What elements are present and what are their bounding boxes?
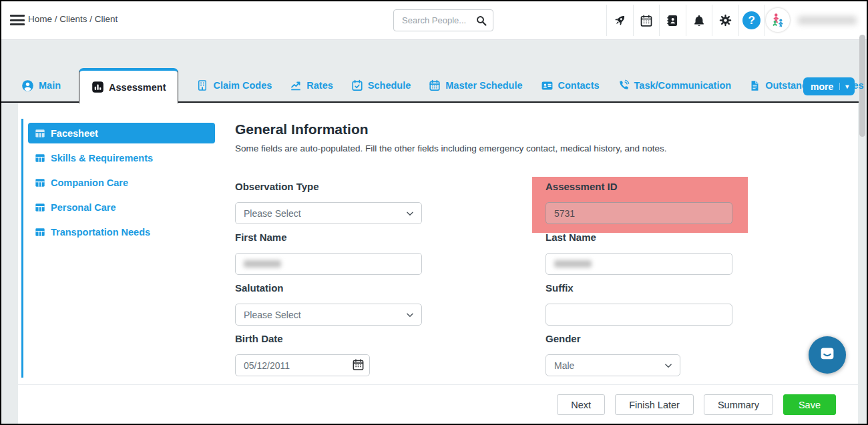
search-input[interactable]: [401, 15, 475, 26]
tab-label: Master Schedule: [445, 80, 522, 91]
assessment-id-input[interactable]: [546, 202, 732, 224]
footer-divider: [18, 384, 858, 385]
sidebar-item-facesheet[interactable]: Facesheet: [28, 123, 215, 143]
assessment-id-label: Assessment ID: [546, 181, 618, 192]
chevron-down-icon: [664, 361, 673, 370]
first-name-input[interactable]: [235, 253, 422, 275]
more-tabs-button[interactable]: more ▾: [803, 77, 855, 95]
bell-icon[interactable]: [686, 5, 712, 36]
chevron-down-icon: ▾: [839, 83, 855, 90]
chevron-down-icon: [405, 310, 415, 320]
next-button[interactable]: Next: [557, 394, 605, 415]
tab-label: Schedule: [368, 80, 411, 91]
calendar-icon: [429, 79, 441, 91]
top-bar: Home / Clients / Client: [1, 1, 867, 40]
suffix-label: Suffix: [546, 282, 574, 294]
birth-date-field: [235, 354, 370, 376]
observation-type-label: Observation Type: [235, 181, 319, 192]
sidebar-item-label: Facesheet: [51, 128, 98, 139]
page-subtitle: Some fields are auto-populated. Fill the…: [235, 143, 667, 153]
table-icon: [35, 128, 45, 139]
salutation-label: Salutation: [235, 282, 284, 294]
gear-icon[interactable]: [712, 5, 738, 36]
tab-label: Task/Communication: [634, 80, 732, 91]
gender-select[interactable]: Male: [546, 354, 680, 376]
sidebar-item-label: Transportation Needs: [51, 227, 150, 238]
address-book-icon[interactable]: [659, 5, 686, 36]
file-invoice-icon: [749, 80, 761, 91]
redacted-value: [554, 260, 592, 268]
first-name-label: First Name: [235, 232, 287, 243]
calendar-icon[interactable]: [352, 358, 365, 374]
observation-type-select[interactable]: Please Select: [235, 202, 422, 224]
app-logo: [766, 8, 790, 32]
tab-claim-codes[interactable]: Claim Codes: [196, 79, 272, 91]
user-name-redacted[interactable]: [798, 16, 857, 25]
tab-label: Contacts: [558, 80, 600, 91]
calendar-icon[interactable]: [633, 5, 660, 36]
last-name-input[interactable]: [546, 253, 732, 275]
page-title: General Information: [235, 121, 369, 137]
tab-contacts[interactable]: Contacts: [541, 79, 600, 92]
search-box: [393, 9, 493, 31]
tab-label: Rates: [306, 80, 333, 91]
birth-date-label: Birth Date: [235, 333, 283, 344]
bar-chart-icon: [91, 81, 104, 93]
breadcrumb[interactable]: Home / Clients / Client: [28, 14, 118, 24]
table-icon: [35, 202, 45, 213]
footer-actions: Next Finish Later Summary Save: [557, 394, 836, 415]
sidebar-item-label: Companion Care: [51, 177, 128, 188]
chat-bubble-icon: [817, 345, 837, 365]
building-icon: [196, 79, 208, 91]
tab-label: Claim Codes: [213, 80, 272, 91]
salutation-select[interactable]: Please Select: [235, 304, 422, 326]
table-icon: [35, 177, 45, 188]
sidebar-nav: Facesheet Skills & Requirements Companio…: [28, 123, 215, 246]
sidebar-accent-rule: [21, 119, 23, 378]
help-icon[interactable]: ?: [738, 5, 766, 36]
save-button[interactable]: Save: [783, 394, 836, 415]
summary-button[interactable]: Summary: [704, 394, 773, 415]
tab-task-communication[interactable]: Task/Communication: [618, 79, 732, 91]
hamburger-menu-icon[interactable]: [10, 15, 25, 25]
phone-volume-icon: [618, 79, 630, 91]
finish-later-button[interactable]: Finish Later: [615, 394, 694, 415]
sidebar-item-label: Skills & Requirements: [51, 153, 153, 163]
search-icon[interactable]: [475, 15, 487, 27]
tab-assessment[interactable]: Assessment: [79, 68, 178, 103]
trend-chart-icon: [290, 79, 302, 91]
sidebar-item-skills-requirements[interactable]: Skills & Requirements: [28, 147, 215, 168]
gender-label: Gender: [546, 333, 581, 344]
user-circle-icon: [21, 79, 34, 92]
sidebar-item-transportation-needs[interactable]: Transportation Needs: [28, 222, 215, 242]
sidebar-item-label: Personal Care: [51, 202, 116, 213]
top-icon-group: ?: [606, 1, 765, 39]
table-icon: [35, 227, 45, 238]
redacted-value: [244, 260, 281, 268]
sidebar-item-personal-care[interactable]: Personal Care: [28, 197, 215, 218]
calendar-check-icon: [351, 79, 363, 91]
chat-launcher-button[interactable]: [809, 336, 846, 374]
tab-bar: Main Assessment Claim Codes Rates Schedu…: [21, 68, 864, 103]
tab-master-schedule[interactable]: Master Schedule: [429, 79, 522, 91]
tab-label: Main: [39, 80, 61, 91]
table-icon: [35, 153, 45, 163]
rocket-icon[interactable]: [606, 5, 633, 36]
chevron-down-icon: [405, 209, 415, 218]
suffix-input[interactable]: [546, 304, 732, 326]
birth-date-input[interactable]: [235, 354, 370, 376]
tab-main[interactable]: Main: [21, 79, 61, 92]
sidebar-item-companion-care[interactable]: Companion Care: [28, 172, 215, 193]
tab-rates[interactable]: Rates: [290, 79, 333, 91]
last-name-label: Last Name: [546, 232, 596, 243]
app-window: Home / Clients / Client: [0, 0, 868, 425]
tab-label: Assessment: [109, 82, 166, 93]
id-card-icon: [541, 79, 554, 92]
tab-schedule[interactable]: Schedule: [351, 79, 411, 91]
